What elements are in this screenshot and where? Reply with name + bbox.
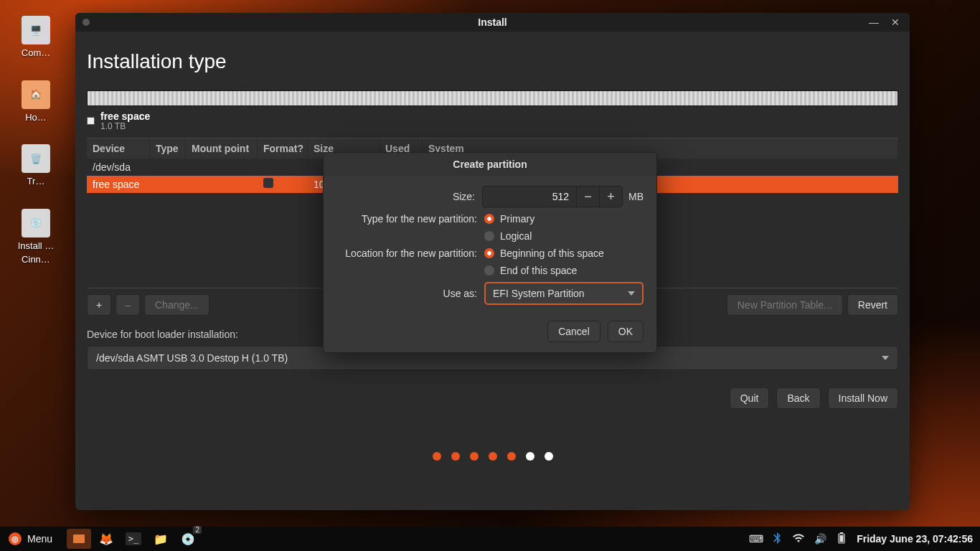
radio-label: Beginning of this space [500,248,604,259]
col-format[interactable]: Format? [258,138,308,159]
col-mount[interactable]: Mount point [186,138,258,159]
back-button[interactable]: Back [776,387,820,409]
quit-button[interactable]: Quit [730,387,770,409]
desktop-icon-label: Ho… [25,112,47,123]
step-indicator [87,452,898,461]
cell-device: /dev/sda [87,161,150,173]
cancel-button[interactable]: Cancel [547,321,600,342]
type-logical-radio[interactable]: Logical [484,230,532,242]
bluetooth-icon[interactable] [771,532,783,546]
clock[interactable]: Friday June 23, 07:42:56 [857,533,973,545]
terminal-icon: >_ [126,532,141,545]
useas-select[interactable]: EFI System Partition [484,282,644,305]
desktop-trash-icon[interactable]: 🗑️ Tr… [22,144,50,187]
ubuntu-logo-icon: ◎ [9,532,22,545]
radio-unchecked-icon [484,231,494,241]
firefox-icon: 🦊 [99,532,113,546]
keyboard-icon[interactable]: ⌨ [749,533,762,545]
page-title: Installation type [87,50,898,73]
menu-button[interactable]: ◎ Menu [0,527,61,551]
size-spinner: − + [482,186,623,207]
trash-icon: 🗑️ [22,144,50,173]
folder-home-icon: 🏠 [22,80,50,109]
partition-size: 1.0 TB [100,122,150,132]
type-label: Type for the new partition: [336,213,484,225]
revert-button[interactable]: Revert [847,294,898,316]
partition-usage-bar[interactable] [87,90,898,106]
useas-label: Use as: [336,288,484,299]
change-partition-button[interactable]: Change... [144,294,209,316]
window-minimize-button[interactable]: — [864,15,884,29]
partition-caption: free space 1.0 TB [87,110,898,132]
size-unit: MB [628,191,644,202]
radio-label: Logical [500,230,532,242]
dialog-title: Create partition [324,153,656,176]
partition-name: free space [100,110,150,122]
desktop-icon-label: Tr… [27,176,45,187]
size-decrement-button[interactable]: − [576,186,599,207]
window-titlebar[interactable]: Install — ✕ [75,13,910,32]
ok-button[interactable]: OK [608,321,644,342]
disk-icon: 💿 [22,209,50,237]
chevron-down-icon [628,291,635,296]
useas-value: EFI System Partition [493,288,585,299]
format-checkbox[interactable] [263,178,273,188]
window-close-button[interactable]: ✕ [885,15,905,29]
location-end-radio[interactable]: End of this space [484,265,577,276]
step-dot-icon [507,452,516,461]
remove-partition-button[interactable]: – [116,294,140,316]
radio-checked-icon [484,214,494,224]
system-tray: ⌨ 🔊 Friday June 23, 07:42:56 [742,532,980,546]
battery-icon[interactable] [835,532,848,546]
taskbar: ◎ Menu 🦊 >_ 📁 2 💿 ⌨ 🔊 Friday J [0,527,980,551]
size-label: Size: [336,191,482,202]
svg-rect-2 [840,535,844,542]
step-dot-icon [433,452,441,461]
cell-device: free space [87,179,150,190]
desktop-computer-icon[interactable]: 🖥️ Com… [22,16,50,59]
install-now-button[interactable]: Install Now [828,387,898,409]
desktop-icon-label: Com… [22,47,50,59]
svg-rect-1 [840,532,843,534]
radio-label: End of this space [500,265,577,276]
desktop-installer-icon[interactable]: 💿 Install … Cinn… [18,209,55,265]
step-dot-icon [451,452,460,461]
size-increment-button[interactable]: + [599,186,622,207]
task-files-button[interactable]: 📁 [149,529,173,549]
bootloader-device-value: /dev/sda ASMT USB 3.0 Destop H (1.0 TB) [96,352,288,364]
location-beginning-radio[interactable]: Beginning of this space [484,248,604,259]
location-label: Location for the new partition: [336,248,484,259]
task-terminal-button[interactable]: >_ [121,529,146,549]
create-partition-dialog: Create partition Size: − + MB Type for t… [323,152,657,353]
partition-swatch-icon [87,117,95,125]
folder-icon: 📁 [154,532,168,546]
step-dot-icon [545,452,553,461]
radio-checked-icon [484,248,494,258]
type-primary-radio[interactable]: Primary [484,213,534,225]
task-firefox-button[interactable]: 🦊 [94,529,118,549]
window-count-badge: 2 [193,526,202,534]
network-icon[interactable] [792,533,805,545]
disk-icon: 💿 [181,532,195,546]
radio-unchecked-icon [484,265,494,276]
desktop-icon-label: Cinn… [22,254,50,265]
col-device[interactable]: Device [87,138,150,159]
desktop-home-icon[interactable]: 🏠 Ho… [22,80,50,123]
chevron-down-icon [882,356,889,360]
radio-label: Primary [500,213,534,225]
step-dot-icon [489,452,497,461]
desktop-icon-label: Install … [18,240,55,252]
size-input[interactable] [483,191,576,202]
col-type[interactable]: Type [150,138,186,159]
desktop-icon [73,534,85,543]
step-dot-current-icon [526,452,534,461]
step-dot-icon [470,452,479,461]
monitor-icon: 🖥️ [22,16,50,44]
add-partition-button[interactable]: + [87,294,111,316]
window-title: Install [75,17,910,28]
task-installer-button[interactable]: 2 💿 [176,529,200,549]
task-show-desktop-button[interactable] [67,529,91,549]
menu-label: Menu [27,533,52,545]
volume-icon[interactable]: 🔊 [814,533,826,545]
new-partition-table-button[interactable]: New Partition Table... [727,294,843,316]
